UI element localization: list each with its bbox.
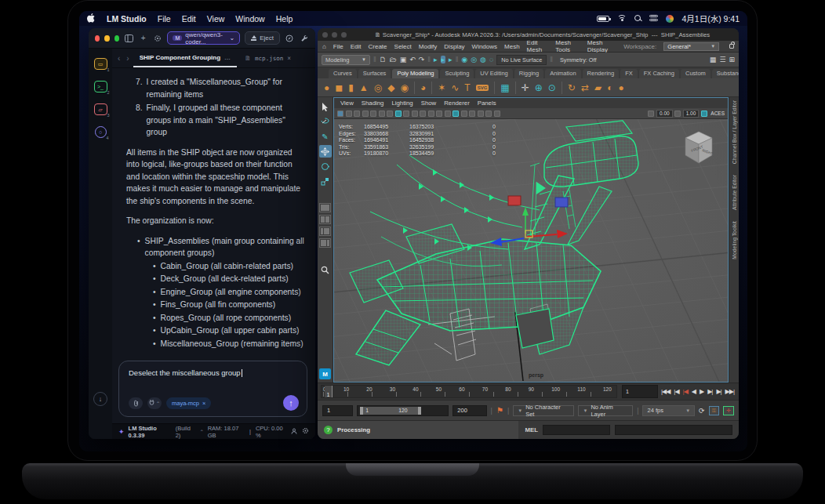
- axis-display-icon[interactable]: ✛: [522, 83, 529, 92]
- sweep-mesh-icon[interactable]: ✶: [438, 83, 445, 92]
- menu-file[interactable]: File: [333, 43, 343, 50]
- vp-menu-view[interactable]: View: [340, 100, 354, 107]
- move-tool-icon[interactable]: [319, 145, 332, 158]
- svg-tool-icon[interactable]: SVG: [476, 85, 489, 91]
- platonic-solid-icon[interactable]: ◕: [420, 83, 426, 92]
- tab-menu-icon[interactable]: …: [224, 54, 231, 61]
- nav-back-icon[interactable]: ‹: [115, 54, 122, 63]
- new-chat-button[interactable]: +: [138, 32, 148, 45]
- vp-menu-shading[interactable]: Shading: [362, 100, 384, 107]
- lasso-tool-icon[interactable]: [319, 115, 332, 128]
- exposure-field[interactable]: 0.00: [656, 110, 673, 118]
- minimize-button[interactable]: [104, 35, 109, 42]
- uv-toggle-icon[interactable]: ◐: [607, 83, 612, 92]
- close-button[interactable]: [95, 35, 100, 42]
- select-hierarchy-icon[interactable]: ▸: [434, 56, 438, 63]
- shelf-tab-rigging[interactable]: Rigging: [514, 69, 543, 78]
- battery-icon[interactable]: [597, 16, 609, 22]
- browser-app-icon[interactable]: [666, 15, 674, 23]
- exposure-icon[interactable]: [648, 111, 654, 117]
- bookmark-flag-icon[interactable]: ⚑: [496, 406, 503, 415]
- camera-attributes-icon[interactable]: [354, 111, 360, 117]
- textured-icon[interactable]: [412, 111, 418, 117]
- display-layers-icon[interactable]: ⊞: [729, 56, 735, 63]
- mirror-icon[interactable]: ⇄: [581, 83, 589, 92]
- chip-close-icon[interactable]: ×: [202, 400, 205, 407]
- vp-menu-lighting[interactable]: Lighting: [391, 100, 412, 107]
- anim-end-field[interactable]: 200: [452, 405, 486, 416]
- live-surface-field[interactable]: No Live Surface: [496, 55, 547, 65]
- menu-edit-mesh[interactable]: Edit Mesh: [527, 39, 549, 53]
- shaded-icon[interactable]: [403, 111, 409, 117]
- character-set-select[interactable]: ▼No Character Set: [513, 405, 574, 416]
- mel-command-input[interactable]: [615, 425, 732, 435]
- range-slider[interactable]: 1 120: [357, 405, 449, 416]
- menubar-item-window[interactable]: Window: [235, 14, 264, 24]
- paint-select-tool-icon[interactable]: ✎: [319, 130, 332, 143]
- model-selector[interactable]: M qwen/qwen3-coder... ⌄: [167, 31, 240, 45]
- menubar-item-edit[interactable]: Edit: [182, 14, 196, 24]
- poly-cube-icon[interactable]: ◼: [335, 83, 343, 92]
- anim-prefs-icon[interactable]: ✛: [723, 406, 734, 415]
- isolate-select-icon[interactable]: [452, 111, 459, 117]
- current-frame-field[interactable]: 1: [622, 385, 658, 398]
- curve-warp-icon[interactable]: ∿: [451, 83, 459, 92]
- menu-windows[interactable]: Windows: [472, 43, 497, 50]
- zoom-magnifier-icon[interactable]: [319, 263, 332, 276]
- menubar-clock[interactable]: 4月1日(水) 9:41: [681, 13, 740, 24]
- wireframe-icon[interactable]: [395, 111, 402, 117]
- menu-set-select[interactable]: Modeling ▼: [322, 55, 370, 65]
- shelf-tab-custom[interactable]: Custom: [681, 69, 711, 78]
- settings-gear-icon[interactable]: [153, 32, 163, 45]
- poly-disc-icon[interactable]: ◉: [400, 83, 408, 92]
- workspace-select[interactable]: General* ▼: [663, 42, 719, 51]
- menu-modify[interactable]: Modify: [419, 43, 438, 50]
- chat-input-value[interactable]: Deselect the miscellaneous group: [129, 368, 299, 377]
- viewport-canvas[interactable]: Verts:16854495163752030 Edges:3380366832…: [334, 119, 728, 382]
- shelf-tab-curves[interactable]: Curves: [329, 69, 357, 78]
- my-models-folder-icon[interactable]: ▱3: [94, 103, 107, 115]
- undo-icon[interactable]: ↶: [409, 56, 416, 63]
- menu-create[interactable]: Create: [369, 43, 387, 50]
- developer-wrench-icon[interactable]: [299, 32, 309, 45]
- resolution-gate-icon[interactable]: [469, 111, 475, 117]
- new-scene-icon[interactable]: 🗋: [380, 56, 387, 63]
- field-chart-icon[interactable]: [461, 111, 467, 117]
- go-to-end-button[interactable]: ▶▶|: [725, 388, 734, 395]
- tab-ship-component-grouping[interactable]: SHIP Component Grouping …: [133, 49, 237, 67]
- character-icon[interactable]: ☰: [719, 56, 725, 63]
- vp-menu-show[interactable]: Show: [421, 100, 437, 107]
- tab-attribute-editor[interactable]: Attribute Editor: [732, 175, 737, 210]
- image-plane-icon[interactable]: [370, 111, 376, 117]
- poly-cone-icon[interactable]: ▲: [359, 83, 369, 92]
- select-component-icon[interactable]: ▸: [449, 56, 452, 63]
- safe-action-icon[interactable]: [485, 111, 492, 117]
- poly-cylinder-icon[interactable]: ▮: [348, 83, 354, 92]
- poly-plane-icon[interactable]: ◆: [387, 83, 394, 92]
- mcp-chip-maya-mcp[interactable]: maya-mcp ×: [166, 397, 211, 409]
- safe-title-icon[interactable]: [494, 111, 500, 117]
- wifi-icon[interactable]: [617, 15, 627, 22]
- colorspace-label[interactable]: ACES: [711, 111, 725, 116]
- shelf-tab-poly-modeling[interactable]: Poly Modeling: [392, 69, 438, 78]
- zoom-button[interactable]: [341, 32, 347, 38]
- time-slider[interactable]: 010 2030 4050 6070 8090 100110 120 1 1 |…: [318, 383, 739, 400]
- shelf-tab-surfaces[interactable]: Surfaces: [358, 69, 391, 78]
- prev-key-button[interactable]: |◀: [674, 388, 678, 395]
- origin-icon[interactable]: ⊙: [548, 83, 556, 92]
- gamma-field[interactable]: 1.00: [683, 110, 700, 118]
- save-scene-icon[interactable]: ▣: [400, 56, 407, 63]
- developer-console-icon[interactable]: >_2: [94, 81, 107, 92]
- pivot-icon[interactable]: ⊕: [535, 83, 543, 92]
- send-button[interactable]: ↑: [283, 395, 299, 411]
- nav-forward-icon[interactable]: ›: [124, 54, 131, 63]
- use-all-lights-icon[interactable]: [420, 111, 426, 117]
- attach-paperclip-icon[interactable]: [129, 397, 143, 409]
- select-camera-icon[interactable]: [337, 111, 343, 117]
- menubar-app-name[interactable]: LM Studio: [107, 14, 147, 24]
- menubar-item-help[interactable]: Help: [276, 14, 293, 24]
- poly-sphere-icon[interactable]: ●: [324, 83, 329, 92]
- anim-layer-select[interactable]: ▼No Anim Layer: [578, 405, 633, 416]
- auto-keyframe-toggle[interactable]: ⚿: [709, 406, 720, 415]
- shelf-tab-substance[interactable]: Substance: [712, 69, 739, 78]
